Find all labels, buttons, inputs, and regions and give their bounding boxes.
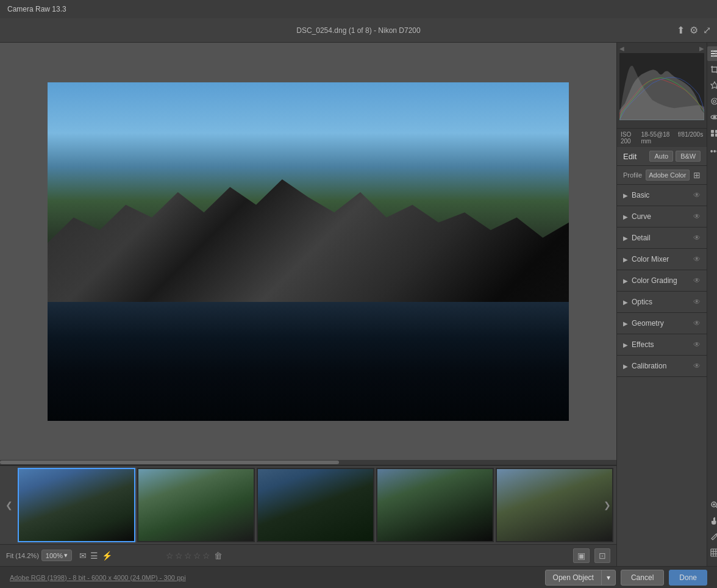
edit-header: Edit Auto B&W bbox=[617, 147, 707, 166]
hand-tool-icon[interactable] bbox=[707, 514, 717, 528]
star-3[interactable]: ☆ bbox=[184, 551, 192, 561]
section-left-curve: ▶ Curve bbox=[623, 212, 651, 221]
right-panel: ◀ ▶ bbox=[616, 43, 707, 566]
section-header-geometry[interactable]: ▶ Geometry 👁 bbox=[617, 313, 707, 334]
eye-icon-color-grading[interactable]: 👁 bbox=[693, 276, 701, 285]
zoom-100-selector[interactable]: 100% ▾ bbox=[41, 550, 72, 561]
filmstrip-thumb-3[interactable] bbox=[257, 468, 374, 542]
file-info: DSC_0254.dng (1 of 8) - Nikon D7200 bbox=[296, 26, 420, 35]
section-header-effects[interactable]: ▶ Effects 👁 bbox=[617, 334, 707, 355]
section-geometry: ▶ Geometry 👁 bbox=[617, 313, 707, 334]
profile-grid-icon[interactable]: ⊞ bbox=[693, 170, 701, 180]
filmstrip-arrow-right[interactable]: ❯ bbox=[601, 499, 613, 511]
zoom-info: Fit (14.2%) 100% ▾ bbox=[6, 550, 72, 561]
open-object-button[interactable]: Open Object ▾ bbox=[545, 570, 616, 586]
section-header-optics[interactable]: ▶ Optics 👁 bbox=[617, 292, 707, 312]
crop-tool-icon[interactable] bbox=[707, 62, 717, 77]
more-tools-icon[interactable]: ••• bbox=[707, 144, 717, 159]
redeye-tool-icon[interactable] bbox=[707, 110, 717, 124]
star-1[interactable]: ☆ bbox=[166, 551, 174, 561]
chevron-curve: ▶ bbox=[623, 213, 628, 220]
section-label-detail: Detail bbox=[632, 234, 651, 242]
footer-file-info[interactable]: Adobe RGB (1998) - 8 bit - 6000 x 4000 (… bbox=[10, 574, 186, 581]
histogram-arrows: ◀ ▶ bbox=[619, 45, 704, 52]
grid-view-icon[interactable] bbox=[707, 545, 717, 560]
eye-icon-detail[interactable]: 👁 bbox=[693, 234, 701, 242]
auto-button[interactable]: Auto bbox=[649, 151, 673, 162]
trash-icon[interactable]: 🗑 bbox=[214, 551, 223, 561]
eye-icon-curve[interactable]: 👁 bbox=[693, 212, 701, 221]
photo-display bbox=[48, 82, 569, 421]
filmstrip-thumb-5[interactable] bbox=[496, 468, 613, 542]
filter-icon[interactable]: ⚡ bbox=[102, 551, 112, 561]
section-header-basic[interactable]: ▶ Basic 👁 bbox=[617, 185, 707, 206]
chevron-optics: ▶ bbox=[623, 299, 628, 306]
profile-row: Profile Adobe Color ⊞ bbox=[617, 166, 707, 185]
star-5[interactable]: ☆ bbox=[202, 551, 210, 561]
star-4[interactable]: ☆ bbox=[193, 551, 201, 561]
filmstrip-thumb-1[interactable] bbox=[18, 468, 135, 542]
list-icon[interactable]: ☰ bbox=[90, 551, 98, 561]
healing-tool-icon[interactable] bbox=[707, 78, 717, 93]
section-header-detail[interactable]: ▶ Detail 👁 bbox=[617, 228, 707, 248]
chevron-calibration: ▶ bbox=[623, 363, 628, 370]
eyedropper-icon[interactable] bbox=[707, 529, 717, 544]
profile-label: Profile bbox=[623, 171, 642, 179]
exif-lens: 18-55@18 mm bbox=[641, 131, 679, 145]
right-toolbar: ••• bbox=[707, 43, 717, 566]
section-label-geometry: Geometry bbox=[632, 319, 664, 328]
eye-icon-optics[interactable]: 👁 bbox=[693, 298, 701, 306]
svg-point-10 bbox=[713, 116, 716, 118]
section-header-color-grading[interactable]: ▶ Color Grading 👁 bbox=[617, 270, 707, 291]
zoom-100-value: 100% bbox=[46, 552, 63, 559]
thumb-image-5 bbox=[497, 469, 612, 541]
edit-tool-icon[interactable] bbox=[707, 46, 717, 61]
footer-buttons: Open Object ▾ Cancel Done bbox=[545, 570, 707, 586]
chevron-detail: ▶ bbox=[623, 235, 628, 242]
section-left-geometry: ▶ Geometry bbox=[623, 319, 664, 328]
filmstrip-thumb-2[interactable] bbox=[137, 468, 255, 542]
eye-icon-effects[interactable]: 👁 bbox=[693, 340, 701, 349]
section-label-color-mixer: Color Mixer bbox=[632, 255, 669, 264]
section-curve: ▶ Curve 👁 bbox=[617, 206, 707, 228]
section-header-color-mixer[interactable]: ▶ Color Mixer 👁 bbox=[617, 249, 707, 270]
scrollbar-thumb[interactable] bbox=[0, 461, 339, 464]
eye-icon-geometry[interactable]: 👁 bbox=[693, 319, 701, 328]
section-color-grading: ▶ Color Grading 👁 bbox=[617, 270, 707, 292]
open-object-arrow[interactable]: ▾ bbox=[602, 570, 615, 585]
edit-title: Edit bbox=[623, 152, 637, 161]
eye-icon-basic[interactable]: 👁 bbox=[693, 191, 701, 199]
section-header-calibration[interactable]: ▶ Calibration 👁 bbox=[617, 356, 707, 376]
single-view-btn[interactable]: ▣ bbox=[573, 548, 590, 563]
zoom-in-icon[interactable] bbox=[707, 498, 717, 512]
email-icon[interactable]: ✉ bbox=[79, 551, 87, 561]
exif-shutter: 1/200s bbox=[685, 131, 703, 145]
filmstrip-arrow-left[interactable]: ❮ bbox=[3, 499, 15, 511]
chevron-color-grading: ▶ bbox=[623, 278, 628, 284]
filmstrip-thumb-4[interactable] bbox=[376, 468, 494, 542]
zoom-section bbox=[707, 498, 717, 562]
done-button[interactable]: Done bbox=[669, 570, 707, 586]
filmstrip-scrollbar[interactable] bbox=[0, 460, 616, 465]
split-view-btn[interactable]: ⊡ bbox=[594, 548, 610, 563]
top-icons: ⬆ ⚙ ⤢ bbox=[677, 24, 711, 36]
section-left-detail: ▶ Detail bbox=[623, 234, 651, 242]
star-2[interactable]: ☆ bbox=[175, 551, 183, 561]
section-calibration: ▶ Calibration 👁 bbox=[617, 356, 707, 377]
mask-tool-icon[interactable] bbox=[707, 94, 717, 109]
save-icon[interactable]: ⬆ bbox=[677, 24, 685, 36]
section-header-curve[interactable]: ▶ Curve 👁 bbox=[617, 206, 707, 227]
histogram-svg bbox=[619, 53, 704, 120]
presets-icon[interactable] bbox=[707, 126, 717, 140]
eye-icon-calibration[interactable]: 👁 bbox=[693, 362, 701, 370]
fullscreen-icon[interactable]: ⤢ bbox=[703, 24, 711, 36]
section-label-effects: Effects bbox=[632, 340, 654, 349]
hist-highlight-warning[interactable]: ▶ bbox=[699, 45, 704, 52]
eye-icon-color-mixer[interactable]: 👁 bbox=[693, 255, 701, 264]
open-object-label[interactable]: Open Object bbox=[546, 570, 602, 585]
hist-shadow-warning[interactable]: ◀ bbox=[619, 45, 624, 52]
settings-icon[interactable]: ⚙ bbox=[690, 24, 698, 36]
bw-button[interactable]: B&W bbox=[676, 151, 701, 162]
profile-select[interactable]: Adobe Color bbox=[646, 170, 690, 181]
cancel-button[interactable]: Cancel bbox=[621, 570, 664, 586]
